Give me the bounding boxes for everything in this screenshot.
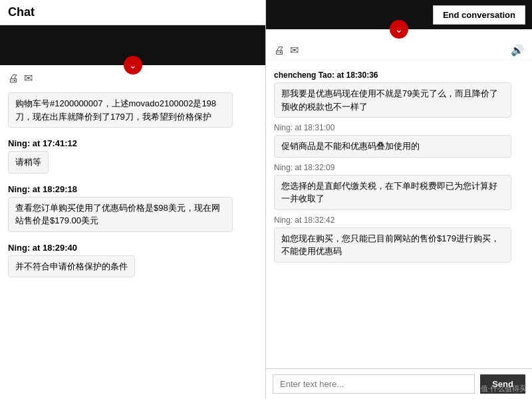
email-icon[interactable]: ✉	[24, 72, 33, 84]
sender-label: Ning: at 17:41:12	[8, 138, 257, 148]
volume-icon[interactable]: 🔊	[511, 44, 524, 57]
scroll-down-icon[interactable]: ⌄	[124, 56, 142, 74]
right-chat-panel: End conversation ⌄ 🖨 ✉ 🔊 chencheng Tao: …	[266, 0, 532, 399]
right-message-list: chencheng Tao: at 18:30:36 那我要是优惠码现在使用不就…	[266, 60, 532, 368]
list-item: 查看您订单购买使用了优惠码价格是$98美元，现在网站售价是$179.00美元	[8, 197, 233, 232]
list-item: 并不符合申请价格保护的条件	[8, 255, 135, 278]
left-banner: ⌄	[0, 25, 265, 65]
chat-title: Chat	[0, 0, 265, 25]
sender-label: Ning: at 18:29:40	[8, 243, 257, 253]
left-message-list: 购物车号#1200000007，上述movado2100002是198刀，现在出…	[0, 87, 265, 399]
list-item: 购物车号#1200000007，上述movado2100002是198刀，现在出…	[8, 92, 233, 128]
right-scroll-down-icon[interactable]: ⌄	[390, 20, 408, 39]
print-icon[interactable]: 🖨	[8, 72, 19, 84]
list-item: 促销商品是不能和优惠码叠加使用的	[274, 135, 511, 158]
chat-input[interactable]	[273, 374, 475, 394]
sender-label: Ning: at 18:32:09	[274, 163, 524, 172]
watermark: 值·什么值得买	[481, 384, 527, 394]
list-item: 那我要是优惠码现在使用不就是79美元了么，而且降价了预收的税款也不一样了	[274, 82, 511, 118]
sender-label: Ning: at 18:29:18	[8, 184, 257, 194]
sender-label: Ning: at 18:31:00	[274, 123, 524, 132]
end-conversation-button[interactable]: End conversation	[433, 5, 525, 25]
left-chat-panel: Chat ⌄ 🖨 ✉ 购物车号#1200000007，上述movado21000…	[0, 0, 266, 399]
list-item: 如您现在购买，您只能已目前网站的售价$179进行购买，不能使用优惠码	[274, 227, 511, 263]
list-item: 您选择的是直邮代缴关税，在下单时税费即已为您计算好一并收取了	[274, 175, 511, 210]
sender-label: chencheng Tao: at 18:30:36	[274, 70, 524, 80]
sender-label: Ning: at 18:32:42	[274, 215, 524, 225]
print-icon[interactable]: 🖨	[274, 45, 285, 57]
list-item: 请稍等	[8, 151, 49, 174]
right-toolbar: 🖨 ✉ 🔊	[266, 41, 532, 60]
email-icon[interactable]: ✉	[290, 44, 299, 57]
